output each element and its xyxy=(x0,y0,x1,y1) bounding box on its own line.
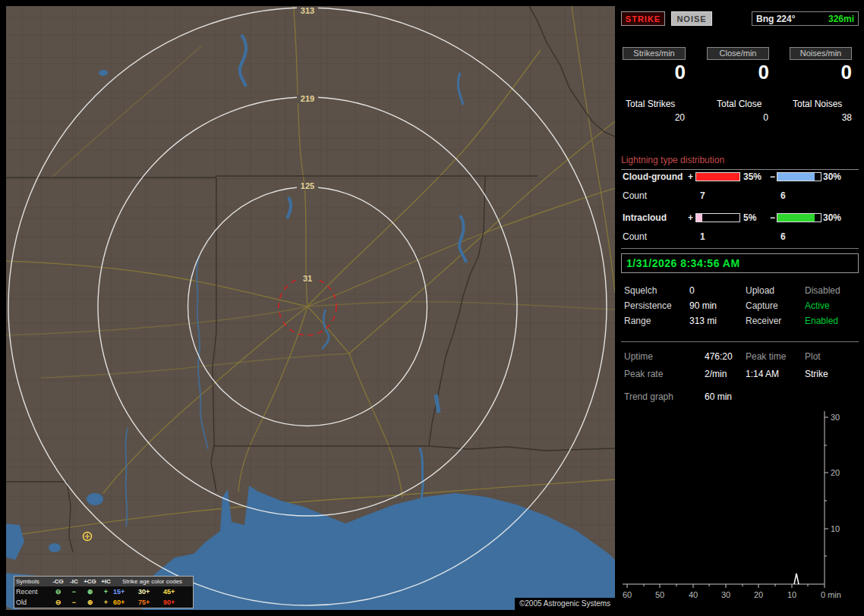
x-tick-30: 30 xyxy=(721,590,730,599)
count-label: Count xyxy=(623,190,647,201)
plot-value: Strike xyxy=(805,369,828,379)
y-tick-30: 30 xyxy=(831,413,840,422)
bearing-label: Bng 224° xyxy=(756,14,795,24)
legend-col-pcg: +CG xyxy=(81,578,99,585)
bearing-range-value: 326mi xyxy=(828,14,854,24)
intracloud-row: Intracloud + 5% − 30% xyxy=(621,212,859,223)
total-close-label: Total Close xyxy=(714,99,770,109)
receiver-status: Enabled xyxy=(805,316,838,326)
x-tick-0-min: 0 min xyxy=(821,590,841,599)
nexstorm-window: 313 219 125 31 Symbols -CG -IC +CG +IC S… xyxy=(0,0,864,616)
noises-per-min-header: Noises/min xyxy=(790,47,852,60)
recent-pcg-icon: ⊕ xyxy=(81,588,99,596)
legend-recent-label: Recent xyxy=(16,588,49,596)
trend-tick-labels: 30 20 10 60 50 40 30 20 10 0 min xyxy=(623,413,841,599)
distribution-title: Lightning type distribution xyxy=(621,155,859,170)
cg-minus-count: 6 xyxy=(780,190,786,201)
divider xyxy=(621,341,859,342)
count-label: Count xyxy=(623,231,647,242)
age-15: 15+ xyxy=(113,588,138,596)
peak-rate-value: 2/min xyxy=(705,369,727,379)
old-pcg-icon: ⊕ xyxy=(81,599,99,606)
pond-3 xyxy=(99,70,108,76)
cloud-ground-label: Cloud-ground xyxy=(623,171,683,182)
cg-plus-percent: 35% xyxy=(743,171,762,182)
legend-old-label: Old xyxy=(16,599,49,606)
legend-col-ncg: -CG xyxy=(49,578,67,585)
noises-per-min-value: 0 xyxy=(790,61,852,84)
settings-row-squelch: Squelch 0 Upload Disabled xyxy=(621,285,859,296)
legend-symbols-header: Symbols xyxy=(16,578,49,585)
squelch-label: Squelch xyxy=(624,285,657,296)
trend-graph-value: 60 min xyxy=(705,391,732,402)
legend-old-row: Old ⊖ − ⊕ + 60+ 75+ 90+ xyxy=(14,597,193,608)
map-canvas[interactable]: 313 219 125 31 xyxy=(6,6,615,610)
close-per-min-value: 0 xyxy=(707,61,769,84)
recent-ncg-icon: ⊖ xyxy=(49,588,67,596)
ic-plus-bar-fill xyxy=(696,214,702,222)
ic-minus-percent: 30% xyxy=(823,212,841,223)
lightning-map[interactable]: 313 219 125 31 Symbols -CG -IC +CG +IC S… xyxy=(6,6,615,610)
peak-rate-label: Peak rate xyxy=(624,369,663,379)
age-90: 90+ xyxy=(163,599,191,606)
cloud-ground-row: Cloud-ground + 35% − 30% xyxy=(621,171,859,182)
cg-plus-bar xyxy=(695,172,740,181)
ic-plus-bar xyxy=(695,213,740,222)
uptime-label: Uptime xyxy=(624,351,653,362)
close-per-min-header: Close/min xyxy=(707,47,769,60)
copyright-text: ©2005 Astrogenic Systems xyxy=(515,598,615,610)
cg-plus-bar-fill xyxy=(696,173,739,181)
old-ncg-icon: ⊖ xyxy=(49,599,67,606)
cg-minus-bar xyxy=(777,172,821,181)
strike-indicator-button[interactable]: STRIKE xyxy=(621,11,665,26)
capture-status: Active xyxy=(805,300,830,311)
range-label: Range xyxy=(624,316,651,326)
ic-plus-percent: 5% xyxy=(743,212,756,223)
cg-plus-count: 7 xyxy=(700,190,705,201)
plot-label: Plot xyxy=(805,351,821,362)
noise-indicator-button[interactable]: NOISE xyxy=(671,11,712,26)
pond-2 xyxy=(49,543,61,552)
recent-nic-icon: − xyxy=(67,588,81,596)
strike-rate-spike xyxy=(794,574,799,584)
y-tick-10: 10 xyxy=(831,524,840,533)
legend-col-nic: -IC xyxy=(67,578,81,585)
peak-time-value: 1:14 AM xyxy=(746,369,779,379)
y-tick-20: 20 xyxy=(831,468,840,477)
x-tick-40: 40 xyxy=(689,590,698,599)
cg-minus-percent: 30% xyxy=(823,171,841,182)
uptime-value: 476:20 xyxy=(705,351,733,362)
recent-pic-icon: + xyxy=(99,588,113,596)
capture-label: Capture xyxy=(746,300,778,311)
status-row-2: Peak rate 2/min 1:14 AM Strike xyxy=(621,369,859,379)
peak-time-label: Peak time xyxy=(746,351,786,362)
pond-1 xyxy=(87,493,103,505)
legend-header: Symbols -CG -IC +CG +IC Strike age color… xyxy=(14,577,193,586)
map-legend: Symbols -CG -IC +CG +IC Strike age color… xyxy=(14,576,194,608)
x-tick-10: 10 xyxy=(787,590,796,599)
cg-minus-bar-fill xyxy=(777,173,815,181)
intracloud-label: Intracloud xyxy=(623,212,667,223)
total-noises-value: 38 xyxy=(790,112,853,123)
total-noises-label: Total Noises xyxy=(790,99,853,109)
trend-graph-label: Trend graph xyxy=(624,391,673,402)
strikes-per-min-header: Strikes/min xyxy=(623,47,686,60)
plus-sign: + xyxy=(688,171,693,182)
age-60: 60+ xyxy=(113,599,138,606)
squelch-value: 0 xyxy=(689,285,695,296)
minus-sign: − xyxy=(770,171,775,182)
plus-sign: + xyxy=(688,212,693,223)
ring-label-125: 125 xyxy=(301,181,314,190)
total-strikes-label: Total Strikes xyxy=(623,99,686,109)
settings-row-persistence: Persistence 90 min Capture Active xyxy=(621,300,859,311)
persistence-label: Persistence xyxy=(624,300,672,311)
legend-age-header: Strike age color codes xyxy=(113,578,191,585)
persistence-value: 90 min xyxy=(689,300,717,311)
minus-sign: − xyxy=(770,212,775,223)
intracloud-count-row: Count 1 6 xyxy=(621,231,859,242)
datetime-display: 1/31/2026 8:34:56 AM xyxy=(621,253,859,273)
ic-minus-bar xyxy=(777,213,821,222)
trend-axes xyxy=(623,411,828,588)
age-30: 30+ xyxy=(138,588,163,596)
x-tick-60: 60 xyxy=(623,590,632,599)
